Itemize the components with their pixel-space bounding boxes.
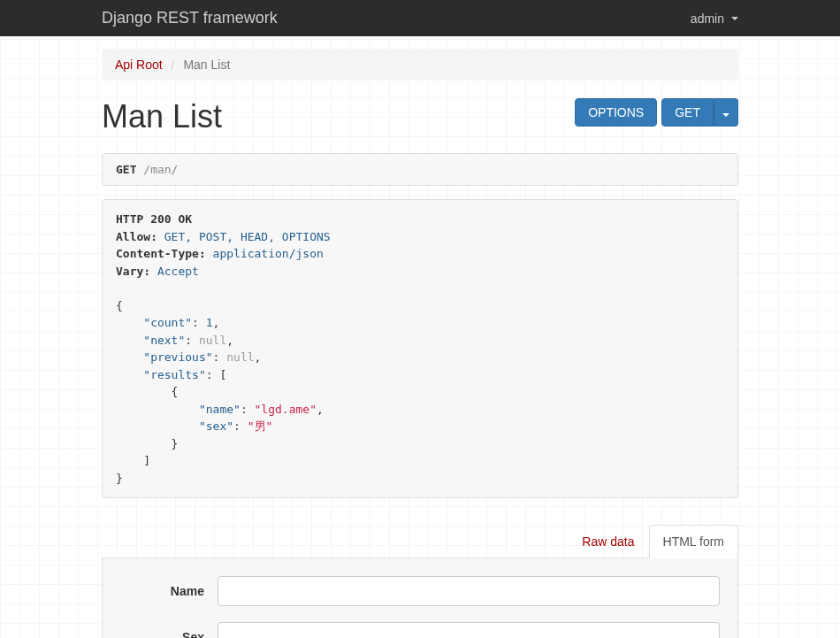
json-sex-val: "男" — [248, 419, 273, 433]
response-panel: HTTP 200 OK Allow: GET, POST, HEAD, OPTI… — [102, 199, 738, 498]
caret-down-icon — [722, 113, 729, 117]
breadcrumb: Api Root / Man List — [102, 49, 738, 81]
header-allow-value: GET, POST, HEAD, OPTIONS — [164, 230, 331, 243]
header-allow-label: Allow: — [116, 230, 157, 243]
name-label: Name — [120, 584, 218, 598]
options-button[interactable]: OPTIONS — [575, 98, 657, 127]
json-name-key: "name" — [199, 403, 241, 416]
user-label: admin — [691, 12, 724, 26]
json-previous-val: null — [226, 350, 254, 364]
user-dropdown[interactable]: admin — [691, 12, 738, 26]
navbar-brand[interactable]: Django REST framework — [102, 9, 278, 27]
form-panel: Name Sex POST — [102, 558, 738, 638]
sex-label: Sex — [120, 630, 218, 638]
breadcrumb-root-link[interactable]: Api Root — [115, 58, 163, 72]
request-panel: GET /man/ — [102, 153, 738, 186]
page-title: Man List — [102, 98, 222, 135]
json-count-val: 1 — [206, 316, 213, 329]
request-path: /man/ — [143, 163, 178, 176]
form-tabs: Raw data HTML form — [102, 525, 738, 558]
request-method: GET — [116, 163, 136, 176]
get-dropdown-button[interactable] — [714, 98, 738, 127]
json-results-key: "results" — [143, 368, 205, 381]
name-field[interactable] — [218, 576, 720, 606]
breadcrumb-current: Man List — [183, 58, 230, 72]
tab-html-form[interactable]: HTML form — [649, 525, 738, 558]
caret-down-icon — [731, 17, 738, 20]
json-count-key: "count" — [143, 316, 192, 329]
get-button[interactable]: GET — [661, 98, 714, 127]
navbar: Django REST framework admin — [0, 0, 840, 36]
sex-field[interactable] — [218, 622, 720, 638]
breadcrumb-separator: / — [166, 58, 180, 72]
json-next-key: "next" — [143, 334, 185, 347]
header-vary-value: Accept — [157, 265, 199, 278]
response-status: HTTP 200 OK — [116, 212, 192, 226]
json-name-val: "lgd.ame" — [255, 403, 317, 416]
header-content-type-value: application/json — [213, 247, 324, 260]
header-content-type-label: Content-Type: — [116, 247, 206, 260]
header-vary-label: Vary: — [116, 265, 150, 278]
json-next-val: null — [199, 334, 226, 347]
json-previous-key: "previous" — [143, 350, 212, 364]
json-sex-key: "sex" — [199, 419, 233, 433]
tab-raw-data[interactable]: Raw data — [568, 525, 648, 558]
